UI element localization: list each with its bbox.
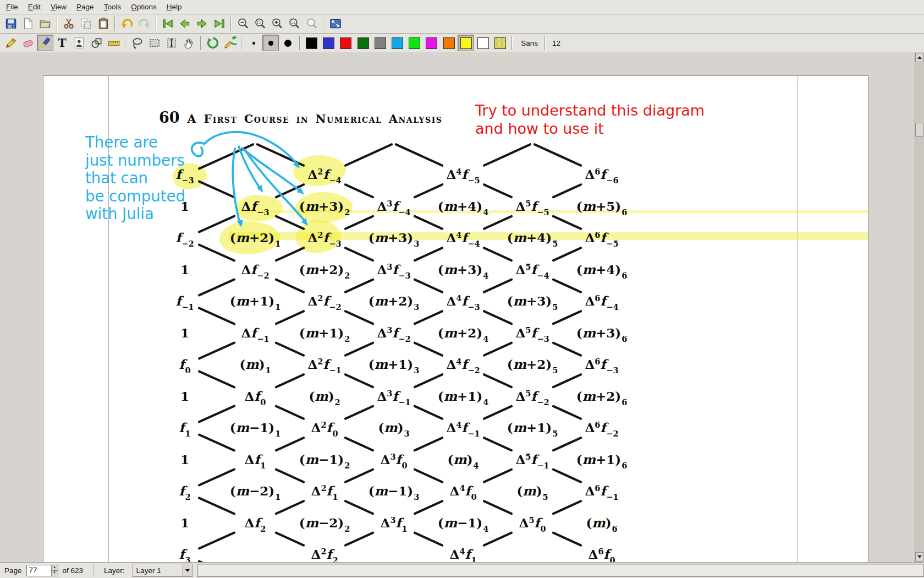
- zoom-fit-icon: [254, 17, 267, 30]
- vertical-scrollbar[interactable]: [915, 52, 924, 562]
- xournal-window: FileEditViewPageToolsOptionsHelp 1:1 TSa…: [0, 0, 924, 578]
- cut-button[interactable]: [61, 15, 77, 32]
- zoom-in-button[interactable]: [269, 15, 285, 32]
- redo-icon: [138, 17, 151, 30]
- zoom-select-button[interactable]: [304, 15, 320, 32]
- blue-ink-arrows: [43, 76, 868, 562]
- menu-options[interactable]: Options: [126, 1, 162, 13]
- save-icon: [4, 17, 18, 30]
- save-button[interactable]: [3, 15, 19, 32]
- scroll-up-button[interactable]: [915, 53, 923, 62]
- tools-toolbar: TSans12: [0, 34, 924, 53]
- menu-bar: FileEditViewPageToolsOptionsHelp: [0, 0, 924, 14]
- color-orange-swatch-icon: [443, 37, 455, 49]
- page-spin-up-button[interactable]: ▲: [51, 565, 58, 571]
- open-icon: [38, 17, 52, 30]
- paste-button[interactable]: [95, 15, 112, 32]
- go-prev-button[interactable]: [177, 15, 193, 32]
- undo-button[interactable]: [119, 15, 135, 32]
- vertical-space-button[interactable]: [163, 35, 180, 51]
- font-name-button[interactable]: Sans: [515, 36, 543, 50]
- document-page[interactable]: f−3Δ2f−4Δ4f−5Δ6f−61Δf−3(m+3)2Δ3f−4(m+4)4…: [43, 75, 868, 562]
- copy-button[interactable]: [78, 15, 94, 32]
- eraser-button[interactable]: [20, 35, 36, 51]
- new-button[interactable]: [20, 15, 36, 32]
- menu-help[interactable]: Help: [162, 1, 187, 13]
- pen-icon: [4, 36, 18, 50]
- font-size-button[interactable]: 12: [547, 36, 566, 50]
- layer-dropdown-value: Layer 1: [133, 566, 183, 575]
- color-pattern-button[interactable]: [492, 35, 509, 51]
- zoom-select-icon: [305, 17, 318, 30]
- menu-edit[interactable]: Edit: [23, 1, 46, 13]
- menu-view[interactable]: View: [46, 1, 72, 13]
- page-spin-down-button[interactable]: ▼: [51, 570, 58, 576]
- color-green-button[interactable]: [355, 35, 371, 51]
- color-magenta-swatch-icon: [426, 37, 437, 49]
- toolbar-separator: [230, 17, 232, 31]
- lasso-icon: [131, 36, 144, 50]
- default-pen-button[interactable]: [222, 35, 238, 51]
- color-pattern-swatch-icon: [494, 37, 506, 49]
- zoom-fit-button[interactable]: [252, 15, 268, 32]
- ruler-button[interactable]: [106, 35, 122, 51]
- svg-text:T: T: [58, 36, 67, 50]
- toolbar-separator: [299, 36, 300, 50]
- color-orange-button[interactable]: [441, 35, 457, 51]
- menu-page[interactable]: Page: [72, 1, 99, 13]
- lasso-button[interactable]: [129, 35, 146, 51]
- zoom-100-button[interactable]: 1:1: [286, 15, 302, 32]
- menu-tools[interactable]: Tools: [99, 1, 127, 13]
- default-button[interactable]: [205, 35, 221, 51]
- toolbar-separator: [114, 17, 116, 31]
- zoom-out-button[interactable]: [235, 15, 251, 32]
- rect-select-button[interactable]: [146, 35, 163, 51]
- go-next-button[interactable]: [194, 15, 210, 32]
- color-white-button[interactable]: [475, 35, 491, 51]
- image-icon: [73, 36, 86, 50]
- toolbar-separator: [241, 36, 242, 50]
- color-yellow-button[interactable]: [458, 35, 474, 51]
- page-number-spinner[interactable]: 77 ▲ ▼: [26, 565, 58, 576]
- color-lightgreen-button[interactable]: [406, 35, 423, 51]
- go-last-button[interactable]: [211, 15, 228, 32]
- color-lightblue-button[interactable]: [389, 35, 406, 51]
- hand-button[interactable]: [180, 35, 197, 51]
- color-magenta-button[interactable]: [424, 35, 440, 51]
- toolbar-separator: [323, 17, 324, 31]
- text-button[interactable]: T: [54, 35, 70, 51]
- redo-button[interactable]: [136, 15, 152, 32]
- layer-label: Layer:: [104, 566, 125, 575]
- layer-dropdown[interactable]: Layer 1: [133, 564, 193, 577]
- color-lightgreen-swatch-icon: [409, 37, 420, 49]
- highlighter-icon: [38, 36, 52, 50]
- shape-recognizer-icon: [90, 36, 103, 50]
- color-red-button[interactable]: [338, 35, 354, 51]
- menu-file[interactable]: File: [1, 1, 23, 13]
- toolbar-separator: [156, 17, 157, 31]
- highlighter-button[interactable]: [37, 35, 53, 51]
- up-arrow-icon: [917, 56, 922, 59]
- color-green-swatch-icon: [358, 37, 369, 49]
- page-count-label: of 623: [63, 566, 84, 575]
- image-button[interactable]: [71, 35, 87, 51]
- size-medium-button[interactable]: [262, 35, 279, 51]
- scroll-down-button[interactable]: [915, 552, 923, 561]
- pen-button[interactable]: [3, 35, 19, 51]
- color-blue-button[interactable]: [321, 35, 337, 51]
- scrollbar-thumb[interactable]: [915, 123, 923, 137]
- size-thick-button[interactable]: [279, 35, 296, 51]
- color-black-button[interactable]: [304, 35, 320, 51]
- size-fine-button[interactable]: [245, 35, 262, 51]
- chevron-down-icon: [183, 564, 192, 576]
- go-first-button[interactable]: [160, 15, 176, 32]
- size-thick-icon: [284, 40, 292, 47]
- color-gray-button[interactable]: [372, 35, 388, 51]
- canvas-area[interactable]: f−3Δ2f−4Δ4f−5Δ6f−61Δf−3(m+3)2Δ3f−4(m+4)4…: [0, 52, 924, 562]
- color-lightblue-swatch-icon: [392, 37, 403, 49]
- shape-recognizer-button[interactable]: [89, 35, 105, 51]
- fullscreen-button[interactable]: [327, 15, 344, 32]
- open-button[interactable]: [37, 15, 53, 32]
- page-number-input[interactable]: 77: [26, 565, 51, 576]
- color-blue-swatch-icon: [323, 37, 334, 49]
